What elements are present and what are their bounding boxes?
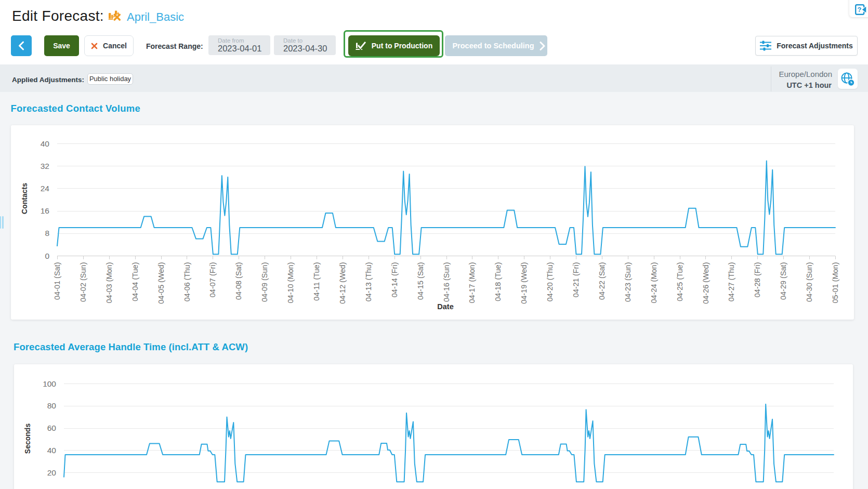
svg-text:04-17 (Mon): 04-17 (Mon) (468, 262, 476, 303)
svg-text:?: ? (858, 6, 862, 14)
svg-text:04-27 (Thu): 04-27 (Thu) (727, 262, 735, 302)
svg-text:04-19 (Wed): 04-19 (Wed) (520, 262, 528, 303)
svg-text:0: 0 (45, 252, 49, 260)
svg-text:Contacts: Contacts (20, 183, 29, 214)
svg-text:04-14 (Fri): 04-14 (Fri) (390, 262, 399, 298)
svg-text:04-01 (Sat): 04-01 (Sat) (53, 262, 61, 300)
svg-text:04-22 (Sat): 04-22 (Sat) (598, 262, 606, 300)
svg-text:32: 32 (41, 162, 49, 170)
svg-text:100: 100 (43, 379, 56, 388)
svg-text:04-11 (Tue): 04-11 (Tue) (312, 262, 321, 301)
svg-text:04-20 (Thu): 04-20 (Thu) (546, 262, 554, 302)
svg-text:80: 80 (47, 401, 57, 410)
svg-text:20: 20 (47, 468, 57, 477)
svg-text:04-13 (Thu): 04-13 (Thu) (364, 262, 373, 302)
svg-text:8: 8 (45, 229, 49, 237)
svg-text:04-29 (Sat): 04-29 (Sat) (779, 262, 787, 300)
svg-text:40: 40 (47, 446, 57, 455)
svg-text:24: 24 (41, 184, 50, 193)
svg-text:04-24 (Mon): 04-24 (Mon) (650, 262, 658, 303)
svg-text:04-23 (Sun): 04-23 (Sun) (624, 262, 632, 302)
svg-text:Date: Date (437, 302, 453, 311)
svg-text:Seconds: Seconds (23, 424, 32, 454)
svg-text:04-07 (Fri): 04-07 (Fri) (208, 262, 217, 298)
svg-text:04-04 (Tue): 04-04 (Tue) (131, 262, 139, 301)
svg-text:04-02 (Sun): 04-02 (Sun) (79, 262, 87, 302)
svg-text:05-01 (Mon): 05-01 (Mon) (831, 262, 839, 303)
svg-text:04-25 (Tue): 04-25 (Tue) (676, 262, 684, 301)
svg-text:04-09 (Sun): 04-09 (Sun) (260, 262, 269, 302)
svg-text:04-08 (Sat): 04-08 (Sat) (234, 262, 243, 300)
svg-text:04-28 (Fri): 04-28 (Fri) (753, 262, 761, 298)
svg-text:04-03 (Mon): 04-03 (Mon) (105, 262, 113, 303)
svg-text:04-12 (Wed): 04-12 (Wed) (338, 262, 347, 304)
svg-text:04-30 (Sun): 04-30 (Sun) (805, 262, 813, 302)
svg-text:04-06 (Thu): 04-06 (Thu) (183, 262, 191, 302)
svg-text:04-18 (Tue): 04-18 (Tue) (494, 262, 502, 301)
svg-text:16: 16 (41, 206, 49, 215)
svg-text:04-16 (Sun): 04-16 (Sun) (442, 262, 451, 302)
svg-text:04-21 (Fri): 04-21 (Fri) (572, 262, 580, 298)
svg-text:04-15 (Sat): 04-15 (Sat) (416, 262, 425, 300)
svg-text:60: 60 (47, 424, 57, 432)
svg-text:04-05 (Wed): 04-05 (Wed) (157, 262, 165, 304)
svg-text:40: 40 (41, 139, 50, 148)
svg-text:04-10 (Mon): 04-10 (Mon) (286, 262, 295, 303)
svg-text:04-26 (Wed): 04-26 (Wed) (702, 262, 710, 304)
